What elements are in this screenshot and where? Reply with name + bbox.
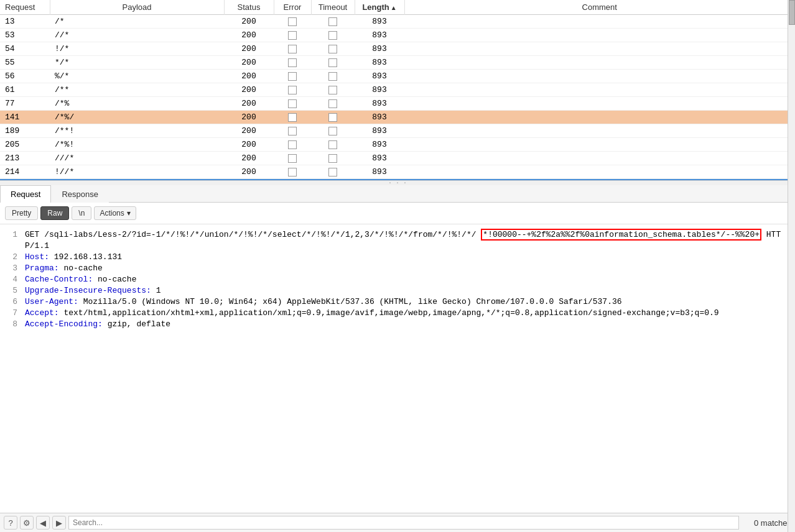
col-header-timeout[interactable]: Timeout bbox=[311, 0, 355, 15]
cell-request-id: 13 bbox=[0, 15, 50, 29]
col-header-error[interactable]: Error bbox=[274, 0, 311, 15]
cell-error bbox=[274, 29, 311, 42]
timeout-checkbox[interactable] bbox=[328, 127, 337, 135]
table-row[interactable]: 213///*200893 bbox=[0, 152, 795, 165]
panel-divider[interactable]: · · · bbox=[0, 180, 795, 185]
error-checkbox[interactable] bbox=[288, 154, 297, 163]
timeout-checkbox[interactable] bbox=[328, 168, 337, 177]
header-key: Upgrade-Insecure-Requests: bbox=[25, 286, 156, 295]
cell-payload: /*%! bbox=[50, 138, 224, 152]
table-row[interactable]: 53//*200893 bbox=[0, 29, 795, 42]
error-checkbox[interactable] bbox=[288, 31, 297, 40]
error-checkbox[interactable] bbox=[288, 99, 297, 108]
cell-payload: !//* bbox=[50, 165, 224, 179]
table-row[interactable]: 189/**!200893 bbox=[0, 124, 795, 138]
table-row[interactable]: 61/**200893 bbox=[0, 83, 795, 97]
timeout-checkbox[interactable] bbox=[328, 17, 337, 26]
scrollbar[interactable] bbox=[788, 0, 795, 532]
cell-comment bbox=[404, 124, 795, 138]
cell-error bbox=[274, 70, 311, 83]
timeout-checkbox[interactable] bbox=[328, 58, 337, 67]
cell-request-id: 189 bbox=[0, 124, 50, 138]
scroll-thumb[interactable] bbox=[789, 0, 795, 25]
timeout-checkbox[interactable] bbox=[328, 113, 337, 122]
timeout-checkbox[interactable] bbox=[328, 99, 337, 108]
error-checkbox[interactable] bbox=[288, 168, 297, 177]
cell-error bbox=[274, 124, 311, 138]
timeout-checkbox[interactable] bbox=[328, 31, 337, 40]
actions-button[interactable]: Actions ▾ bbox=[94, 206, 136, 220]
cell-timeout bbox=[311, 83, 355, 97]
cell-length: 893 bbox=[355, 111, 404, 124]
cell-error bbox=[274, 15, 311, 29]
tab-request[interactable]: Request bbox=[0, 185, 51, 203]
highlighted-text: *!00000--+%2f%2a%%2f%0ainformation_schem… bbox=[481, 229, 761, 241]
help-icon-button[interactable]: ? bbox=[4, 516, 17, 530]
cell-request-id: 61 bbox=[0, 83, 50, 97]
col-header-status[interactable]: Status bbox=[224, 0, 274, 15]
pretty-button[interactable]: Pretty bbox=[5, 206, 38, 220]
timeout-checkbox[interactable] bbox=[328, 86, 337, 94]
line-content: Accept-Encoding: gzip, deflate bbox=[25, 319, 790, 330]
cell-timeout bbox=[311, 15, 355, 29]
line-number: 2 bbox=[5, 252, 17, 263]
error-checkbox[interactable] bbox=[288, 45, 297, 53]
table-row[interactable]: 13/*200893 bbox=[0, 15, 795, 29]
table-row[interactable]: 141/*%/200893 bbox=[0, 111, 795, 124]
error-checkbox[interactable] bbox=[288, 140, 297, 149]
error-checkbox[interactable] bbox=[288, 72, 297, 81]
code-line: 6User-Agent: Mozilla/5.0 (Windows NT 10.… bbox=[0, 296, 795, 308]
error-checkbox[interactable] bbox=[288, 127, 297, 135]
table-row[interactable]: 214!//*200893 bbox=[0, 165, 795, 179]
cell-timeout bbox=[311, 29, 355, 42]
table-row[interactable]: 54!/*200893 bbox=[0, 42, 795, 56]
settings-icon-button[interactable]: ⚙ bbox=[20, 516, 34, 530]
table-row[interactable]: 55*/*200893 bbox=[0, 56, 795, 70]
cell-payload: */* bbox=[50, 56, 224, 70]
cell-status: 200 bbox=[224, 124, 274, 138]
cell-status: 200 bbox=[224, 83, 274, 97]
cell-status: 200 bbox=[224, 165, 274, 179]
col-header-length[interactable]: Length▲ bbox=[355, 0, 404, 15]
timeout-checkbox[interactable] bbox=[328, 154, 337, 163]
cell-status: 200 bbox=[224, 111, 274, 124]
prev-match-button[interactable]: ◀ bbox=[36, 516, 50, 530]
error-checkbox[interactable] bbox=[288, 58, 297, 67]
col-header-comment[interactable]: Comment bbox=[404, 0, 795, 15]
next-match-button[interactable]: ▶ bbox=[52, 516, 66, 530]
line-number: 7 bbox=[5, 308, 17, 319]
header-key: Host: bbox=[25, 252, 54, 262]
cell-status: 200 bbox=[224, 15, 274, 29]
code-line: 7Accept: text/html,application/xhtml+xml… bbox=[0, 308, 795, 319]
backslash-n-button[interactable]: \n bbox=[72, 206, 91, 220]
header-key: Pragma: bbox=[25, 264, 63, 273]
cell-error bbox=[274, 56, 311, 70]
code-line: 3Pragma: no-cache bbox=[0, 263, 795, 274]
cell-request-id: 141 bbox=[0, 111, 50, 124]
table-row[interactable]: 56%/*200893 bbox=[0, 70, 795, 83]
timeout-checkbox[interactable] bbox=[328, 45, 337, 53]
cell-request-id: 55 bbox=[0, 56, 50, 70]
table-row[interactable]: 77/*%200893 bbox=[0, 97, 795, 111]
header-key: Accept: bbox=[25, 308, 63, 318]
line-number: 8 bbox=[5, 319, 17, 330]
cell-request-id: 54 bbox=[0, 42, 50, 56]
tab-response[interactable]: Response bbox=[51, 185, 109, 203]
col-header-payload[interactable]: Payload bbox=[50, 0, 224, 15]
line-content: Cache-Control: no-cache bbox=[25, 274, 790, 285]
timeout-checkbox[interactable] bbox=[328, 140, 337, 149]
cell-length: 893 bbox=[355, 42, 404, 56]
cell-payload: /* bbox=[50, 15, 224, 29]
cell-comment bbox=[404, 97, 795, 111]
error-checkbox[interactable] bbox=[288, 113, 297, 122]
raw-button[interactable]: Raw bbox=[40, 206, 69, 220]
col-header-request[interactable]: Request bbox=[0, 0, 50, 15]
cell-payload: ///* bbox=[50, 152, 224, 165]
table-row[interactable]: 205/*%!200893 bbox=[0, 138, 795, 152]
error-checkbox[interactable] bbox=[288, 17, 297, 26]
line-number: 3 bbox=[5, 263, 17, 274]
cell-comment bbox=[404, 42, 795, 56]
error-checkbox[interactable] bbox=[288, 86, 297, 94]
search-input[interactable] bbox=[68, 516, 739, 530]
timeout-checkbox[interactable] bbox=[328, 72, 337, 81]
